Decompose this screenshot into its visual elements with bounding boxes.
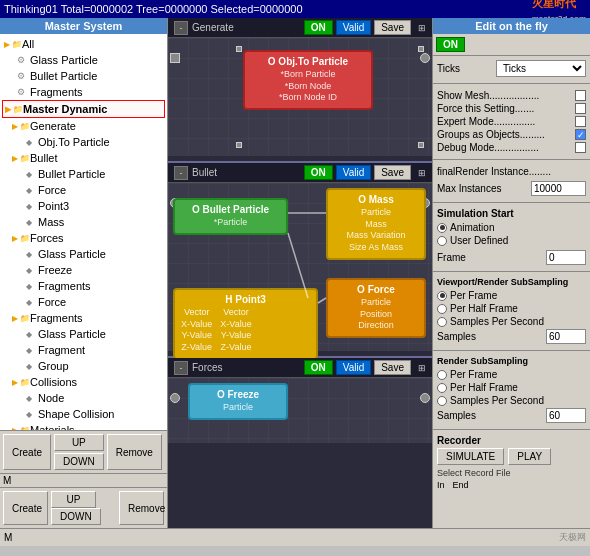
generate-valid-btn[interactable]: Valid (336, 20, 372, 35)
simulate-button[interactable]: SIMULATE (437, 448, 504, 465)
forces-save-btn[interactable]: Save (374, 360, 411, 375)
generate-input-port (170, 53, 180, 63)
per-frame-radio[interactable] (437, 291, 447, 301)
tree-item-bullet-particle[interactable]: ⚙Bullet Particle (2, 68, 165, 84)
bullet-particle-port: *Particle (181, 217, 280, 229)
left-bottom-buttons: Create UP DOWN Remove (0, 487, 167, 528)
tree-item-fragment[interactable]: ◆Fragment (2, 342, 165, 358)
up-down-group: UP DOWN (54, 434, 104, 470)
right-viewport-subsampling: Viewport/Render SubSampling Per Frame Pe… (433, 274, 590, 348)
tree-item-forces[interactable]: ▶ 📁Forces (2, 230, 165, 246)
tree-item-group[interactable]: ◆Group (2, 358, 165, 374)
tree-item-master-dynamic[interactable]: ▶ 📁Master Dynamic (2, 100, 165, 118)
bullet-save-btn[interactable]: Save (374, 165, 411, 180)
tree-item-glass-particle-fr[interactable]: ◆Glass Particle (2, 326, 165, 342)
tree-item-collisions[interactable]: ▶ 📁Collisions (2, 374, 165, 390)
tree-item-glass-particle-f[interactable]: ◆Glass Particle (2, 246, 165, 262)
samples-per-second-r-radio[interactable] (437, 396, 447, 406)
expert-mode-checkbox[interactable] (575, 116, 586, 127)
force-port1: Particle (334, 297, 418, 309)
tree-label-bullet: Bullet (30, 152, 58, 164)
animation-radio[interactable] (437, 223, 447, 233)
debug-mode-checkbox[interactable] (575, 142, 586, 153)
tree-label-group: Group (38, 360, 69, 372)
tree-icon-freeze: ◆ (22, 263, 36, 277)
tree-item-bullet-particle-2[interactable]: ◆Bullet Particle (2, 166, 165, 182)
force-node[interactable]: O Force Particle Position Direction (326, 278, 426, 338)
per-half-frame-label: Per Half Frame (450, 303, 518, 314)
right-on-btn[interactable]: ON (436, 37, 465, 52)
tree-item-force[interactable]: ◆Force (2, 182, 165, 198)
tree-item-shape-collision[interactable]: ◆Shape Collision (2, 406, 165, 422)
tree-icon-group: ◆ (22, 359, 36, 373)
tree-item-point3[interactable]: ◆Point3 (2, 198, 165, 214)
force-port3: Direction (334, 320, 418, 332)
tree-item-fragment2[interactable]: ▶ 📁Fragments (2, 310, 165, 326)
forces-collapse[interactable]: - (174, 361, 188, 375)
ticks-dropdown[interactable]: Ticks (496, 60, 586, 77)
forces-input-port (170, 393, 180, 403)
down-button[interactable]: DOWN (54, 453, 104, 470)
up-button-2[interactable]: UP (51, 491, 96, 508)
tree-item-materials[interactable]: ▶ 📁Materials (2, 422, 165, 430)
title-bar: Thinking01 Total=0000002 Tree=0000000 Se… (0, 0, 590, 18)
up-button[interactable]: UP (54, 434, 104, 451)
mass-node[interactable]: O Mass Particle Mass Mass Variation Size… (326, 188, 426, 260)
bullet-particle-title: O Bullet Particle (181, 204, 280, 215)
generate-collapse[interactable]: - (174, 21, 188, 35)
sep6 (433, 429, 590, 430)
tree-label-glass-particle: Glass Particle (30, 54, 98, 66)
tree-item-obj-to-particle[interactable]: ◆Obj.To Particle (2, 134, 165, 150)
forces-valid-btn[interactable]: Valid (336, 360, 372, 375)
tree-item-generate[interactable]: ▶ 📁Generate (2, 118, 165, 134)
remove-button-2[interactable]: Remove (119, 491, 164, 525)
tree-icon-materials: ▶ 📁 (14, 423, 28, 430)
tree-item-glass-particle[interactable]: ⚙Glass Particle (2, 52, 165, 68)
tree-label-glass-particle-fr: Glass Particle (38, 328, 106, 340)
remove-button[interactable]: Remove (107, 434, 162, 470)
down-button-2[interactable]: DOWN (51, 508, 101, 525)
sep3 (433, 202, 590, 203)
show-mesh-checkbox[interactable] (575, 90, 586, 101)
max-instances-input[interactable] (531, 181, 586, 196)
create-button-2[interactable]: Create (3, 491, 48, 525)
tree-item-fragments[interactable]: ⚙Fragments (2, 84, 165, 100)
groups-as-objects-checkbox[interactable] (575, 129, 586, 140)
samples-per-second-radio[interactable] (437, 317, 447, 327)
per-half-frame-r-radio[interactable] (437, 383, 447, 393)
bullet-valid-btn[interactable]: Valid (336, 165, 372, 180)
bullet-collapse[interactable]: - (174, 166, 188, 180)
tree-item-all[interactable]: ▶ 📁All (2, 36, 165, 52)
tree-item-mass[interactable]: ◆Mass (2, 214, 165, 230)
bullet-on-btn[interactable]: ON (304, 165, 333, 180)
forces-on-btn[interactable]: ON (304, 360, 333, 375)
mass-title: O Mass (334, 194, 418, 205)
tree-item-bullet[interactable]: ▶ 📁Bullet (2, 150, 165, 166)
play-button[interactable]: PLAY (508, 448, 551, 465)
frame-input[interactable] (546, 250, 586, 265)
tree-item-fragments-f[interactable]: ◆Fragments (2, 278, 165, 294)
generate-save-btn[interactable]: Save (374, 20, 411, 35)
create-button[interactable]: Create (3, 434, 51, 470)
point3-node[interactable]: H Point3 Vector X-Value Y-Value Z-Value … (173, 288, 318, 360)
tree-item-force-f[interactable]: ◆Force (2, 294, 165, 310)
force-this-checkbox[interactable] (575, 103, 586, 114)
tree-icon-all: ▶ 📁 (6, 37, 20, 51)
tree-label-generate: Generate (30, 120, 76, 132)
samples-label: Samples (437, 331, 476, 342)
per-frame-label: Per Frame (450, 290, 497, 301)
user-defined-radio[interactable] (437, 236, 447, 246)
bullet-particle-node[interactable]: O Bullet Particle *Particle (173, 198, 288, 235)
per-half-frame-radio[interactable] (437, 304, 447, 314)
max-instances-label: Max Instances (437, 183, 501, 194)
freeze-node[interactable]: O Freeze Particle (188, 383, 288, 420)
tree-item-node[interactable]: ◆Node (2, 390, 165, 406)
generate-on-btn[interactable]: ON (304, 20, 333, 35)
samples-r-input[interactable] (546, 408, 586, 423)
tree-view[interactable]: ▶ 📁All⚙Glass Particle⚙Bullet Particle⚙Fr… (0, 34, 167, 430)
obj-to-particle-node[interactable]: O Obj.To Particle *Born Particle *Born N… (243, 50, 373, 110)
tree-item-freeze[interactable]: ◆Freeze (2, 262, 165, 278)
per-frame-r-radio[interactable] (437, 370, 447, 380)
samples-input[interactable] (546, 329, 586, 344)
tree-icon-fragments-f: ◆ (22, 279, 36, 293)
